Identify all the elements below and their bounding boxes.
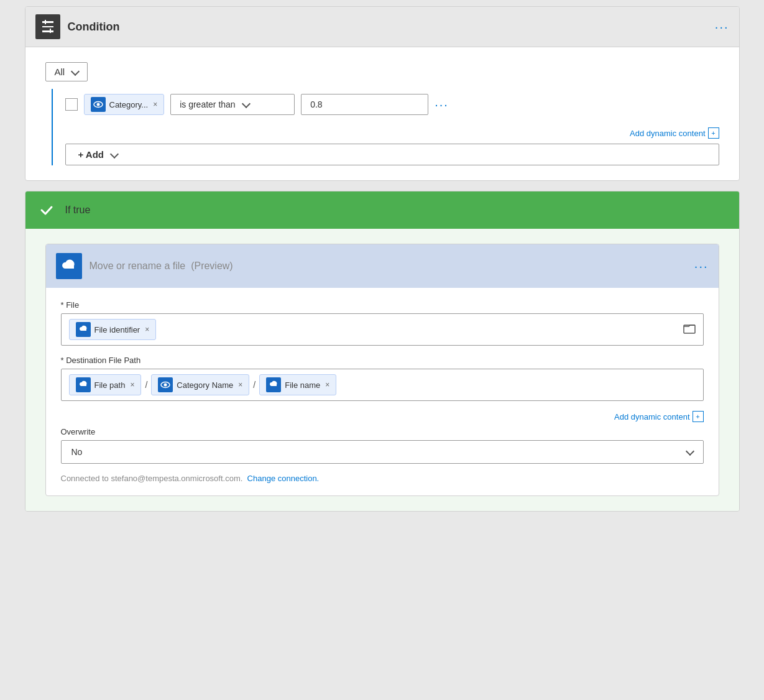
if-true-label: If true: [65, 205, 91, 216]
category-name-icon: [158, 377, 173, 392]
move-file-header: Move or rename a file (Preview) ···: [46, 244, 719, 288]
move-file-cloud-icon-box: [56, 253, 82, 279]
checkmark-icon: [40, 203, 53, 217]
file-path-icon: [76, 377, 91, 392]
eye-icon: [93, 99, 103, 109]
if-true-section: If true Move or rename a file (Preview): [25, 191, 740, 512]
move-file-body: * File File identifier: [46, 288, 719, 495]
add-dynamic-content-condition[interactable]: Add dynamic content +: [630, 127, 719, 139]
svg-rect-4: [50, 29, 51, 33]
file-name-icon: [266, 377, 281, 392]
all-label: All: [55, 67, 65, 77]
dest-field-flex: File path × /: [69, 374, 696, 395]
separator-2: /: [253, 380, 255, 390]
add-dynamic-content-dest[interactable]: Add dynamic content +: [614, 411, 703, 422]
file-name-label: File name: [285, 380, 320, 390]
overwrite-label: Overwrite: [61, 427, 704, 436]
svg-rect-2: [42, 30, 53, 32]
connection-text: Connected to stefano@tempesta.onmicrosof…: [61, 474, 243, 483]
svg-rect-3: [45, 20, 46, 24]
file-name-token: File name ×: [259, 374, 336, 395]
move-file-title: Move or rename a file (Preview): [90, 260, 233, 272]
add-chevron-icon: [110, 149, 119, 158]
change-connection-link[interactable]: Change connection.: [247, 474, 320, 483]
checkmark-box: [35, 199, 58, 221]
svg-point-9: [164, 384, 167, 387]
operator-chevron-icon: [242, 99, 251, 108]
condition-checkbox[interactable]: [65, 98, 78, 111]
if-true-header: If true: [25, 191, 739, 229]
file-path-remove[interactable]: ×: [130, 380, 134, 389]
dynamic-icon-condition: +: [708, 127, 719, 139]
file-field-label: * File: [61, 300, 704, 310]
file-identifier-remove[interactable]: ×: [145, 325, 149, 334]
file-name-remove[interactable]: ×: [325, 380, 329, 389]
add-button-label: + Add: [78, 149, 104, 160]
all-chevron-icon: [71, 67, 80, 75]
overwrite-dropdown[interactable]: No: [61, 440, 704, 464]
condition-header: Condition ···: [25, 7, 739, 47]
if-true-body: Move or rename a file (Preview) ··· * Fi…: [25, 229, 739, 511]
file-field-box: File identifier ×: [61, 313, 704, 346]
category-name-label: Category Name: [177, 380, 233, 390]
connection-footer: Connected to stefano@tempesta.onmicrosof…: [61, 474, 704, 483]
condition-icon: [35, 14, 60, 39]
separator-1: /: [145, 380, 147, 390]
cloud-icon-filepath: [78, 380, 88, 390]
cloud-icon-header: [61, 258, 77, 274]
operator-label: is greater than: [180, 99, 236, 109]
svg-rect-0: [42, 21, 53, 23]
category-token-remove[interactable]: ×: [153, 100, 157, 109]
condition-row-container: Category... × is greater than ··· A: [52, 89, 719, 165]
move-file-title-suffix: (Preview): [191, 260, 233, 271]
add-dynamic-label-dest: Add dynamic content: [614, 412, 689, 421]
move-file-title-text: Move or rename a file: [90, 260, 186, 271]
operator-dropdown[interactable]: is greater than: [170, 94, 295, 115]
move-file-header-left: Move or rename a file (Preview): [56, 253, 233, 279]
file-identifier-label: File identifier: [94, 325, 140, 334]
file-picker-icon[interactable]: [683, 322, 696, 337]
condition-body: All Category.: [25, 47, 739, 180]
svg-point-6: [96, 103, 99, 106]
condition-row: Category... × is greater than ···: [65, 94, 719, 115]
file-path-token: File path ×: [69, 374, 142, 395]
cloud-icon-file: [78, 325, 88, 334]
eye-icon-cat: [160, 380, 170, 390]
move-file-card: Move or rename a file (Preview) ··· * Fi…: [45, 244, 719, 496]
row-three-dots[interactable]: ···: [435, 98, 449, 112]
add-dynamic-label-condition: Add dynamic content: [630, 129, 705, 138]
category-token: Category... ×: [84, 94, 165, 115]
dest-field-label: * Destination File Path: [61, 356, 704, 365]
svg-rect-1: [42, 26, 53, 27]
folder-icon: [683, 322, 696, 334]
category-name-remove[interactable]: ×: [238, 380, 242, 389]
condition-title: Condition: [68, 21, 120, 34]
add-button[interactable]: + Add: [65, 144, 719, 165]
condition-header-left: Condition: [35, 14, 120, 39]
category-name-token: Category Name ×: [151, 374, 249, 395]
file-path-label: File path: [94, 380, 126, 390]
overwrite-chevron-icon: [685, 447, 694, 456]
overwrite-value: No: [71, 447, 83, 457]
file-identifier-icon: [76, 322, 91, 337]
condition-svg-icon: [40, 19, 55, 34]
file-field-flex: File identifier ×: [69, 319, 678, 340]
condition-three-dots[interactable]: ···: [715, 20, 729, 34]
move-file-three-dots[interactable]: ···: [694, 259, 709, 274]
dynamic-icon-dest: +: [693, 411, 704, 422]
category-token-label: Category...: [109, 100, 149, 109]
category-token-icon: [91, 97, 106, 112]
value-input[interactable]: [301, 94, 428, 115]
cloud-icon-filename: [269, 380, 278, 390]
file-identifier-token: File identifier ×: [69, 319, 157, 340]
all-dropdown[interactable]: All: [45, 62, 88, 81]
condition-card: Condition ··· All: [25, 6, 740, 181]
dest-field-box: File path × /: [61, 369, 704, 401]
